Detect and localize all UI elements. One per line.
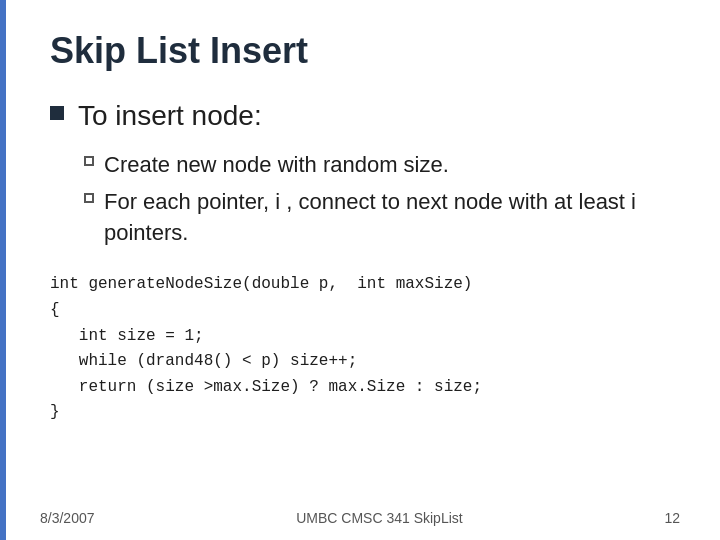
main-point: To insert node:	[40, 100, 680, 132]
sub-bullets-list: Create new node with random size. For ea…	[40, 150, 680, 248]
bullet-square-icon	[50, 106, 64, 120]
sub-bullet-text-1: Create new node with random size.	[104, 150, 449, 181]
code-line-5: return (size >max.Size) ? max.Size : siz…	[50, 375, 680, 401]
footer-page: 12	[664, 510, 680, 526]
code-line-4: while (drand48() < p) size++;	[50, 349, 680, 375]
code-line-1: int generateNodeSize(double p, int maxSi…	[50, 272, 680, 298]
slide: Skip List Insert To insert node: Create …	[0, 0, 720, 540]
code-block: int generateNodeSize(double p, int maxSi…	[40, 272, 680, 426]
code-line-6: }	[50, 400, 680, 426]
left-border-decoration	[0, 0, 6, 540]
footer-date: 8/3/2007	[40, 510, 95, 526]
sub-bullet-1: Create new node with random size.	[84, 150, 680, 181]
sub-bullet-text-2: For each pointer, i , connect to next no…	[104, 187, 680, 249]
footer-center: UMBC CMSC 341 SkipList	[296, 510, 463, 526]
code-line-3: int size = 1;	[50, 324, 680, 350]
main-point-text: To insert node:	[78, 100, 262, 132]
footer: 8/3/2007 UMBC CMSC 341 SkipList 12	[0, 510, 720, 526]
code-line-2: {	[50, 298, 680, 324]
sub-bullet-2: For each pointer, i , connect to next no…	[84, 187, 680, 249]
sub-bullet-icon-2	[84, 193, 94, 203]
sub-bullet-icon-1	[84, 156, 94, 166]
slide-title: Skip List Insert	[40, 30, 680, 72]
